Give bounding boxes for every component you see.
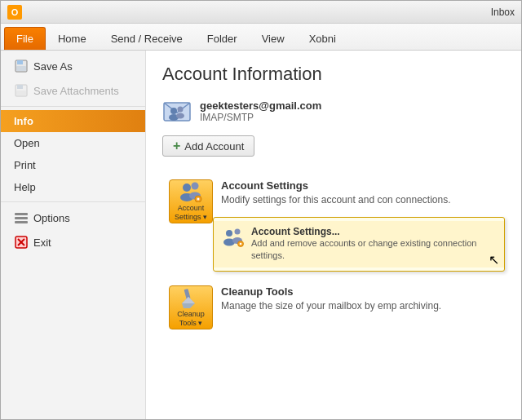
svg-point-25	[235, 229, 241, 235]
account-settings-text: Account Settings Modify settings for thi…	[221, 179, 498, 207]
account-info-row: geektesters@gmail.com IMAP/SMTP	[162, 96, 505, 126]
tab-send-receive[interactable]: Send / Receive	[99, 27, 195, 50]
sidebar-item-print[interactable]: Print	[1, 154, 145, 176]
svg-rect-5	[16, 91, 26, 95]
cleanup-tools-card: CleanupTools ▾ Cleanup Tools Manage the …	[162, 279, 505, 336]
svg-rect-8	[15, 221, 28, 223]
svg-rect-1	[17, 60, 23, 64]
svg-marker-31	[182, 297, 195, 303]
ribbon-tabs: File Home Send / Receive Folder View Xob…	[1, 24, 521, 50]
options-icon	[14, 210, 29, 225]
account-email: geektesters@gmail.com	[200, 99, 321, 112]
page-title: Account Information	[162, 64, 505, 85]
account-settings-card: AccountSettings ▾ Account Settings Modif…	[162, 173, 505, 230]
svg-point-19	[192, 183, 199, 190]
svg-point-28	[240, 243, 242, 245]
sidebar-item-options[interactable]: Options	[1, 206, 145, 230]
sidebar-divider-2	[1, 201, 145, 202]
svg-rect-29	[184, 289, 191, 299]
account-details: geektesters@gmail.com IMAP/SMTP	[200, 99, 321, 123]
svg-point-16	[176, 113, 184, 119]
account-settings-dropdown: Account Settings... Add and remove accou…	[213, 217, 505, 272]
tab-file[interactable]: File	[4, 27, 46, 50]
cleanup-tools-card-label: CleanupTools ▾	[177, 310, 205, 328]
exit-icon	[14, 235, 29, 250]
save-as-icon	[14, 59, 29, 73]
sidebar-item-exit[interactable]: Exit	[1, 230, 145, 254]
account-icon	[162, 96, 192, 126]
tab-home[interactable]: Home	[46, 27, 99, 50]
ribbon: File Home Send / Receive Folder View Xob…	[1, 24, 521, 51]
tab-view[interactable]: View	[250, 27, 297, 50]
plus-icon: +	[173, 139, 180, 153]
account-type: IMAP/SMTP	[200, 112, 321, 123]
sidebar: Save As Save Attachments Info	[1, 51, 146, 419]
svg-point-23	[226, 230, 232, 237]
svg-rect-6	[15, 213, 28, 215]
cleanup-tools-title: Cleanup Tools	[221, 285, 498, 298]
svg-point-15	[178, 107, 184, 113]
add-account-button[interactable]: + Add Account	[162, 135, 254, 157]
dropdown-item-icon	[222, 226, 245, 249]
window-title: Inbox	[491, 7, 515, 18]
account-settings-desc: Modify settings for this account and con…	[221, 193, 498, 207]
tab-xobni[interactable]: Xobni	[297, 27, 348, 50]
sidebar-divider-1	[1, 106, 145, 107]
sidebar-item-info[interactable]: Info	[1, 110, 145, 132]
dropdown-item-title: Account Settings...	[251, 226, 496, 237]
main-area: Save As Save Attachments Info	[1, 51, 521, 419]
account-settings-button[interactable]: AccountSettings ▾	[169, 179, 213, 223]
save-attachments-icon	[14, 83, 29, 98]
tab-folder[interactable]: Folder	[195, 27, 250, 50]
account-settings-card-label: AccountSettings ▾	[175, 204, 207, 222]
dropdown-item-text: Account Settings... Add and remove accou…	[251, 226, 496, 263]
title-bar: O Inbox	[1, 1, 521, 24]
title-bar-left: O	[7, 5, 22, 20]
account-settings-title: Account Settings	[221, 179, 498, 192]
sidebar-item-help[interactable]: Help	[1, 176, 145, 198]
add-account-label: Add Account	[184, 140, 244, 153]
sidebar-item-save-attachments[interactable]: Save Attachments	[1, 78, 145, 103]
svg-rect-2	[16, 66, 26, 71]
action-cards: AccountSettings ▾ Account Settings Modif…	[162, 173, 505, 336]
svg-rect-7	[15, 217, 28, 219]
sidebar-item-open[interactable]: Open	[1, 132, 145, 154]
svg-point-22	[197, 198, 200, 201]
content-area: Account Information ge	[146, 51, 521, 419]
cleanup-tools-button[interactable]: CleanupTools ▾	[169, 285, 213, 329]
svg-point-17	[183, 183, 191, 192]
outlook-window: O Inbox File Home Send / Receive Folder …	[0, 0, 522, 420]
account-settings-dropdown-item[interactable]: Account Settings... Add and remove accou…	[214, 221, 504, 267]
svg-point-13	[170, 108, 177, 114]
svg-rect-4	[17, 85, 23, 89]
cursor-icon: ↖	[489, 252, 499, 267]
outlook-icon: O	[7, 5, 22, 20]
sidebar-item-save-as[interactable]: Save As	[1, 54, 145, 78]
cleanup-tools-desc: Manage the size of your mailbox by emp a…	[221, 299, 498, 313]
dropdown-item-desc: Add and remove accounts or change existi…	[251, 237, 496, 263]
cleanup-tools-text: Cleanup Tools Manage the size of your ma…	[221, 285, 498, 313]
